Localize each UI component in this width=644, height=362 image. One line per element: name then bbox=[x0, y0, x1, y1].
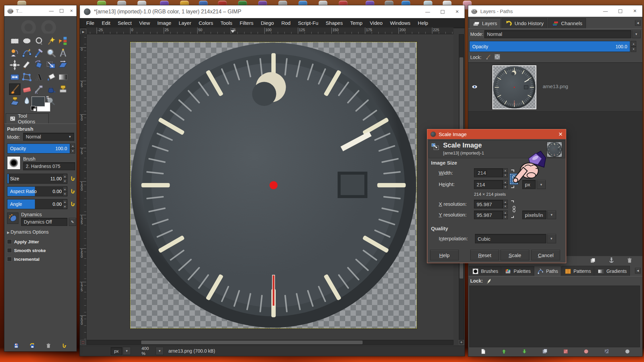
scale-button[interactable]: Scale bbox=[500, 250, 529, 260]
menu-diego[interactable]: Diego bbox=[257, 20, 277, 26]
lock-alpha-icon[interactable] bbox=[494, 54, 500, 60]
checkbox-incremental[interactable]: Incremental bbox=[7, 255, 74, 263]
duplicate-path-button[interactable] bbox=[542, 348, 548, 355]
image-layer[interactable] bbox=[130, 42, 417, 328]
tool-blur[interactable] bbox=[21, 96, 32, 107]
zoom-select[interactable]: 400 % bbox=[139, 347, 155, 355]
opacity-slider[interactable]: Opacity 100.0 bbox=[7, 143, 70, 154]
dock-tab-patterns[interactable]: Patterns bbox=[561, 266, 594, 276]
reset-button[interactable]: Reset bbox=[470, 250, 499, 260]
tab-undo-history[interactable]: Undo History bbox=[501, 18, 547, 28]
scale-dialog-titlebar[interactable]: Scale Image ✕ bbox=[427, 129, 566, 139]
dynamics-select[interactable]: Dynamics Off bbox=[21, 218, 67, 226]
tool-measure[interactable] bbox=[58, 48, 68, 58]
image-close-button[interactable]: × bbox=[450, 5, 465, 18]
delete-tool-preset-button[interactable] bbox=[45, 343, 52, 349]
tool-ink[interactable] bbox=[46, 84, 56, 95]
tool-ellipse-select[interactable] bbox=[21, 36, 32, 46]
tool-perspective-clone[interactable] bbox=[9, 96, 20, 107]
restore-tool-preset-button[interactable] bbox=[29, 343, 36, 349]
tool-airbrush[interactable] bbox=[34, 84, 44, 95]
menu-filters[interactable]: Filters bbox=[236, 20, 257, 26]
tool-rectangle-select[interactable] bbox=[9, 36, 20, 46]
tool-perspective[interactable] bbox=[21, 72, 32, 82]
toolbox-maximize-button[interactable] bbox=[56, 5, 66, 16]
menu-file[interactable]: File bbox=[83, 20, 98, 26]
help-button[interactable]: Help bbox=[430, 250, 459, 260]
navigation-button[interactable]: ✥ bbox=[459, 340, 464, 345]
tool-shear[interactable] bbox=[58, 60, 68, 70]
reset-aspect-icon[interactable] bbox=[70, 188, 76, 195]
tool-rotate[interactable] bbox=[34, 60, 44, 70]
paths-list[interactable] bbox=[469, 286, 640, 347]
resolution-unit-select[interactable]: pixels/in bbox=[522, 210, 546, 219]
menu-colors[interactable]: Colors bbox=[195, 20, 217, 26]
raise-path-button[interactable] bbox=[501, 348, 507, 355]
brush-select[interactable]: 2. Hardness 075 bbox=[23, 162, 75, 170]
dock-tab-palettes[interactable]: Palettes bbox=[501, 266, 534, 276]
layers-maximize-button[interactable] bbox=[613, 5, 628, 17]
aspect-ratio-slider[interactable]: Aspect Ratio 0.00 ▲▼ bbox=[7, 186, 67, 196]
checkbox-apply-jitter[interactable]: Apply Jitter bbox=[7, 237, 74, 246]
tool-crop[interactable] bbox=[21, 60, 32, 70]
tool-paintbrush[interactable] bbox=[9, 84, 20, 95]
tool-bucket-fill[interactable] bbox=[46, 72, 56, 82]
x-resolution-input[interactable]: 95.987 bbox=[474, 200, 503, 208]
lower-path-button[interactable] bbox=[521, 348, 528, 355]
tool-text[interactable]: A bbox=[34, 72, 44, 82]
menu-rod[interactable]: Rod bbox=[278, 20, 294, 26]
menu-video[interactable]: Video bbox=[366, 20, 386, 26]
tool-select-by-color[interactable] bbox=[58, 36, 68, 46]
menu-tools[interactable]: Tools bbox=[217, 20, 236, 26]
reset-angle-icon[interactable] bbox=[70, 201, 76, 207]
tool-scale[interactable] bbox=[46, 60, 56, 70]
reset-size-icon[interactable] bbox=[70, 175, 76, 182]
tool-paths[interactable] bbox=[21, 48, 32, 58]
layers-minimize-button[interactable]: — bbox=[598, 5, 613, 17]
width-input[interactable]: 214 bbox=[474, 168, 503, 177]
angle-slider[interactable]: Angle 0.00 ▲▼ bbox=[7, 199, 67, 209]
checkbox-smooth-stroke[interactable]: Smooth stroke bbox=[7, 246, 74, 255]
edit-dynamics-button[interactable]: ✎ bbox=[69, 218, 76, 226]
toolbox-minimize-button[interactable]: — bbox=[46, 5, 56, 16]
tool-fuzzy-select[interactable] bbox=[46, 36, 56, 46]
quick-mask-button[interactable] bbox=[80, 340, 86, 345]
tool-move[interactable] bbox=[9, 60, 20, 70]
tool-gradient[interactable] bbox=[58, 72, 68, 82]
layers-close-button[interactable]: × bbox=[628, 5, 642, 17]
dock-tab-gradients[interactable]: Gradients bbox=[594, 266, 630, 276]
menu-shapes[interactable]: Shapes bbox=[322, 20, 346, 26]
mode-select[interactable]: Normal ▼ bbox=[23, 133, 74, 141]
horizontal-ruler[interactable]: -250255075100125150175200225 bbox=[87, 27, 453, 34]
delete-path-button[interactable] bbox=[624, 348, 631, 355]
tab-layers[interactable]: Layers bbox=[469, 18, 501, 28]
cancel-button[interactable]: Cancel bbox=[531, 250, 560, 260]
selection-to-path-button[interactable] bbox=[583, 348, 589, 355]
tool-zoom[interactable] bbox=[46, 48, 56, 58]
size-slider[interactable]: Size 11.00 ▲▼ bbox=[7, 174, 67, 184]
opacity-spinner[interactable]: ▲▼ bbox=[70, 143, 75, 154]
unit-select[interactable]: px bbox=[111, 347, 122, 355]
lock-pixels-icon[interactable] bbox=[485, 54, 492, 60]
save-tool-preset-button[interactable] bbox=[13, 343, 19, 349]
y-resolution-spinner[interactable]: ▲▼ bbox=[503, 210, 508, 219]
delete-layer-button[interactable] bbox=[626, 257, 633, 264]
paint-along-path-button[interactable] bbox=[603, 348, 610, 355]
layer-opacity-slider[interactable]: Opacity 100.0 bbox=[469, 41, 630, 52]
tool-eraser[interactable] bbox=[21, 84, 32, 95]
layer-mode-select[interactable]: Normal bbox=[484, 30, 631, 38]
layer-thumbnail[interactable] bbox=[492, 65, 536, 109]
horizontal-scrollbar[interactable] bbox=[87, 340, 453, 345]
duplicate-layer-button[interactable] bbox=[590, 257, 596, 264]
image-minimize-button[interactable]: — bbox=[420, 5, 435, 18]
x-resolution-spinner[interactable]: ▲▼ bbox=[503, 200, 508, 208]
canvas[interactable] bbox=[87, 34, 453, 340]
y-resolution-input[interactable]: 95.987 bbox=[474, 210, 503, 219]
layers-titlebar[interactable]: Layers - Paths — × bbox=[468, 5, 642, 17]
interpolation-select[interactable]: Cubic bbox=[475, 234, 546, 243]
menu-script-fu[interactable]: Script-Fu bbox=[294, 20, 322, 26]
zoom-select-arrow[interactable]: ▼ bbox=[156, 347, 164, 355]
menu-select[interactable]: Select bbox=[114, 20, 136, 26]
dynamics-thumbnail[interactable] bbox=[7, 213, 18, 224]
layer-row[interactable]: arne13.png bbox=[468, 63, 642, 112]
